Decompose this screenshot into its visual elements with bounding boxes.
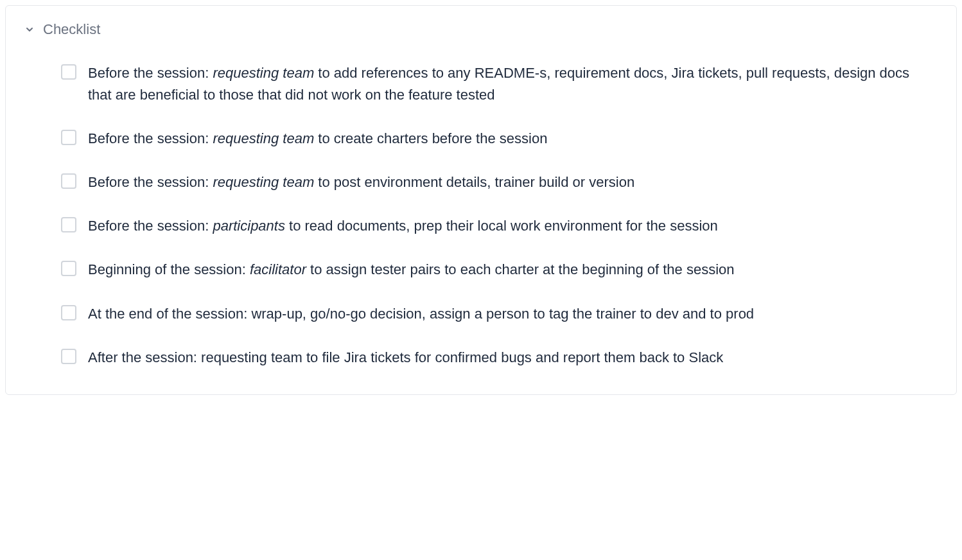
checklist-body: Before the session: requesting team to a… (25, 62, 937, 369)
checklist-item-text: After the session: requesting team to fi… (88, 347, 723, 369)
panel-header[interactable]: Checklist (25, 21, 937, 38)
checklist-item: After the session: requesting team to fi… (61, 347, 911, 369)
checkbox[interactable] (61, 173, 76, 189)
checklist-item-text: At the end of the session: wrap-up, go/n… (88, 303, 754, 325)
checklist-item: Beginning of the session: facilitator to… (61, 259, 911, 281)
checklist-item-text: Before the session: participants to read… (88, 215, 718, 237)
checklist-item-text: Before the session: requesting team to p… (88, 171, 634, 193)
checklist-item: Before the session: requesting team to p… (61, 171, 911, 193)
checkbox[interactable] (61, 305, 76, 320)
checkbox[interactable] (61, 64, 76, 80)
checkbox[interactable] (61, 349, 76, 364)
checklist-item: Before the session: requesting team to c… (61, 128, 911, 150)
checkbox[interactable] (61, 130, 76, 145)
checkbox[interactable] (61, 261, 76, 276)
checklist-item-text: Beginning of the session: facilitator to… (88, 259, 735, 281)
panel-title: Checklist (43, 21, 100, 38)
checkbox[interactable] (61, 217, 76, 232)
checklist-item: Before the session: requesting team to a… (61, 62, 911, 106)
checklist-item-text: Before the session: requesting team to a… (88, 62, 911, 106)
checklist-panel: Checklist Before the session: requesting… (5, 5, 957, 395)
checklist-item-text: Before the session: requesting team to c… (88, 128, 547, 150)
checklist-item: At the end of the session: wrap-up, go/n… (61, 303, 911, 325)
checklist-item: Before the session: participants to read… (61, 215, 911, 237)
chevron-down-icon (25, 25, 34, 34)
